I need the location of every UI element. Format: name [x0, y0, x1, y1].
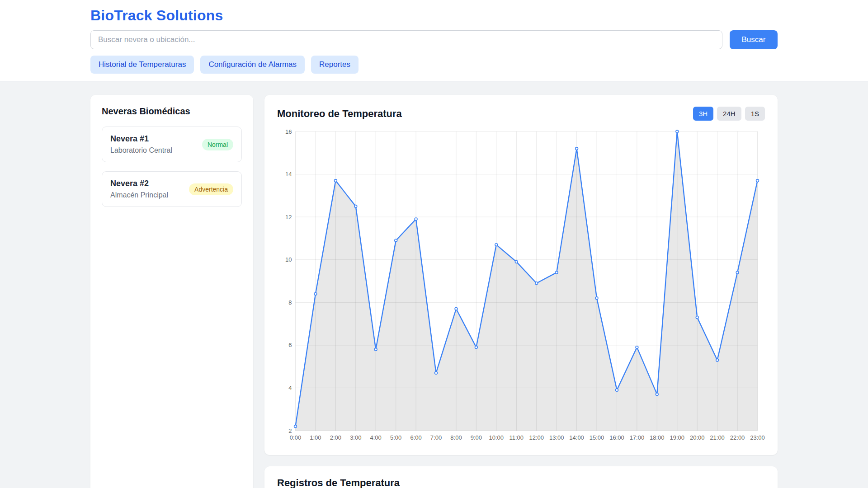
content-column: Monitoreo de Temperatura 3H 24H 1S 24681… [264, 95, 778, 488]
svg-text:2: 2 [288, 427, 292, 434]
fridge-name: Nevera #2 [110, 179, 168, 188]
svg-text:5:00: 5:00 [390, 434, 401, 441]
svg-text:20:00: 20:00 [690, 434, 705, 441]
svg-text:17:00: 17:00 [630, 434, 645, 441]
records-title: Registros de Temperatura [277, 477, 765, 488]
svg-text:9:00: 9:00 [471, 434, 482, 441]
svg-text:19:00: 19:00 [670, 434, 685, 441]
range-button-24h[interactable]: 24H [717, 107, 741, 121]
main-nav: Historial de Temperaturas Configuración … [90, 56, 778, 74]
svg-text:14: 14 [285, 171, 292, 178]
fridge-item-1[interactable]: Nevera #1 Laboratorio Central Normal [102, 127, 242, 162]
svg-text:12: 12 [285, 214, 292, 221]
svg-text:18:00: 18:00 [650, 434, 665, 441]
svg-text:13:00: 13:00 [549, 434, 564, 441]
search-input[interactable] [90, 30, 722, 49]
svg-text:6:00: 6:00 [410, 434, 421, 441]
nav-item-reportes[interactable]: Reportes [311, 56, 359, 74]
svg-text:3:00: 3:00 [350, 434, 361, 441]
svg-text:7:00: 7:00 [430, 434, 442, 441]
brand-title: BioTrack Solutions [90, 7, 778, 24]
svg-text:14:00: 14:00 [569, 434, 584, 441]
range-button-1s[interactable]: 1S [745, 107, 765, 121]
svg-text:11:00: 11:00 [509, 434, 524, 441]
temperature-monitor-panel: Monitoreo de Temperatura 3H 24H 1S 24681… [264, 95, 778, 455]
svg-text:1:00: 1:00 [310, 434, 321, 441]
svg-text:21:00: 21:00 [710, 434, 725, 441]
status-badge: Advertencia [189, 183, 233, 195]
svg-text:16: 16 [285, 128, 292, 135]
fridge-item-2-info: Nevera #2 Almacén Principal [110, 179, 168, 199]
svg-text:22:00: 22:00 [730, 434, 745, 441]
svg-text:2:00: 2:00 [330, 434, 341, 441]
chart-header: Monitoreo de Temperatura 3H 24H 1S [277, 107, 765, 121]
svg-text:10:00: 10:00 [489, 434, 504, 441]
range-button-3h[interactable]: 3H [693, 107, 713, 121]
svg-text:4: 4 [288, 385, 292, 391]
svg-text:8:00: 8:00 [450, 434, 462, 441]
svg-text:4:00: 4:00 [370, 434, 382, 441]
search-button[interactable]: Buscar [730, 30, 778, 49]
svg-text:12:00: 12:00 [529, 434, 544, 441]
fridge-list-panel: Neveras Biomédicas Nevera #1 Laboratorio… [90, 95, 253, 488]
fridge-item-2[interactable]: Nevera #2 Almacén Principal Advertencia [102, 171, 242, 207]
search-bar: Buscar [90, 30, 778, 49]
status-badge: Normal [202, 139, 233, 150]
fridge-location: Almacén Principal [110, 191, 168, 199]
fridge-list-title: Neveras Biomédicas [102, 106, 242, 117]
svg-text:0:00: 0:00 [290, 434, 301, 441]
main-content: Neveras Biomédicas Nevera #1 Laboratorio… [0, 81, 868, 488]
fridge-name: Nevera #1 [110, 134, 172, 144]
fridge-location: Laboratorio Central [110, 146, 172, 155]
svg-text:16:00: 16:00 [609, 434, 624, 441]
svg-text:6: 6 [288, 342, 292, 348]
temperature-line-chart: 2468101214160:001:002:003:004:005:006:00… [277, 128, 765, 444]
temperature-records-panel: Registros de Temperatura [264, 466, 778, 488]
chart-range-buttons: 3H 24H 1S [693, 107, 765, 121]
svg-text:23:00: 23:00 [750, 434, 765, 441]
svg-text:15:00: 15:00 [590, 434, 604, 441]
fridge-item-1-info: Nevera #1 Laboratorio Central [110, 134, 172, 155]
svg-text:10: 10 [285, 256, 292, 263]
app-header: BioTrack Solutions Buscar Historial de T… [0, 0, 868, 81]
svg-text:8: 8 [288, 299, 292, 306]
nav-item-historial[interactable]: Historial de Temperaturas [90, 56, 194, 74]
chart-title: Monitoreo de Temperatura [277, 108, 402, 120]
nav-item-alarmas[interactable]: Configuración de Alarmas [200, 56, 305, 74]
